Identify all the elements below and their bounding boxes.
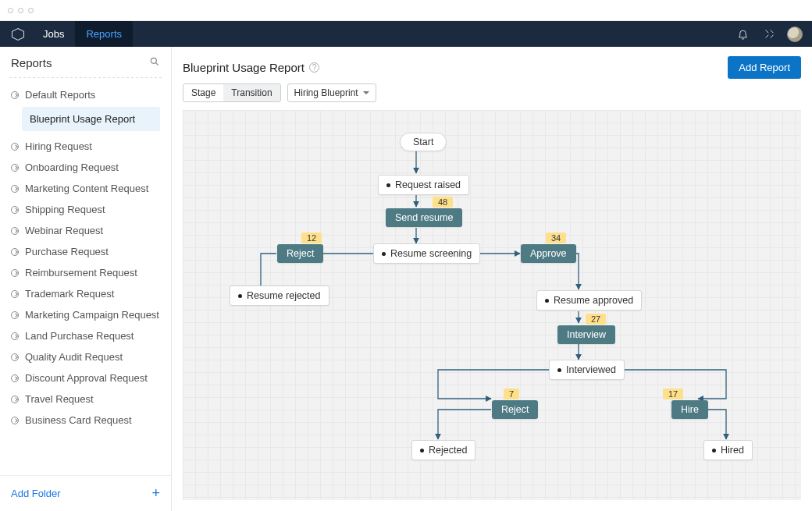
sidebar-item-label: Shipping Request — [25, 204, 105, 215]
sidebar-item-label: Marketing Campaign Request — [25, 309, 159, 321]
page-title: Blueprint Usage Report — [183, 61, 304, 74]
sidebar-item-shipping-request[interactable]: Shipping Request — [0, 199, 171, 220]
flow-canvas: Start Request raised Resume screening Re… — [183, 110, 801, 500]
badge-send-resume: 48 — [433, 197, 453, 208]
sidebar-item-marketing-content-request[interactable]: Marketing Content Request — [0, 178, 171, 199]
state-start[interactable]: Start — [400, 133, 447, 151]
sidebar-item-label: Hiring Request — [25, 140, 92, 152]
chevron-right-icon — [11, 269, 19, 277]
nav-jobs[interactable]: Jobs — [32, 21, 75, 47]
chevron-right-icon — [11, 91, 19, 99]
sidebar-item-hiring-request[interactable]: Hiring Request — [0, 136, 171, 157]
search-icon[interactable] — [149, 56, 160, 69]
sidebar-item-default-reports[interactable]: Default Reports — [0, 84, 171, 105]
sidebar-item-land-purchase-request[interactable]: Land Purchase Request — [0, 325, 171, 346]
chevron-right-icon — [11, 164, 19, 172]
sidebar-item-quality-audit-request[interactable]: Quality Audit Request — [0, 346, 171, 367]
state-resume-screening[interactable]: Resume screening — [373, 243, 480, 264]
app-logo-icon — [8, 24, 28, 44]
sidebar-item-label: Purchase Request — [25, 246, 109, 257]
dropdown-label: Hiring Blueprint — [294, 87, 358, 98]
sidebar-item-label: Travel Request — [25, 393, 94, 405]
help-icon[interactable]: ? — [309, 62, 319, 73]
sidebar-item-label: Trademark Request — [25, 288, 114, 300]
sidebar-item-label: Default Reports — [25, 89, 95, 101]
sidebar-item-label: Onboarding Request — [25, 161, 119, 173]
chevron-right-icon — [11, 417, 19, 424]
state-resume-approved[interactable]: Resume approved — [536, 290, 642, 311]
chevron-right-icon — [11, 143, 19, 151]
sidebar-title: Reports — [11, 56, 52, 69]
sidebar-item-label: Marketing Content Request — [25, 183, 148, 194]
state-request-raised[interactable]: Request raised — [378, 175, 469, 195]
state-resume-rejected[interactable]: Resume rejected — [230, 286, 329, 306]
chevron-right-icon — [11, 353, 19, 361]
chevron-right-icon — [11, 374, 19, 382]
state-rejected[interactable]: Rejected — [411, 440, 475, 460]
sidebar-item-discount-approval-request[interactable]: Discount Approval Request — [0, 367, 171, 389]
transition-hire[interactable]: Hire — [671, 400, 708, 419]
badge-interview: 27 — [586, 314, 606, 325]
sidebar-item-label: Webinar Request — [25, 225, 103, 236]
chevron-right-icon — [11, 332, 19, 340]
transition-reject2[interactable]: Reject — [492, 400, 538, 419]
sidebar-item-purchase-request[interactable]: Purchase Request — [0, 241, 171, 262]
main: Blueprint Usage Report ? Add Report Stag… — [172, 47, 812, 511]
sidebar-item-label: Land Purchase Request — [25, 330, 134, 342]
sidebar-item-trademark-request[interactable]: Trademark Request — [0, 283, 171, 304]
state-hired[interactable]: Hired — [703, 440, 753, 460]
sidebar-item-webinar-request[interactable]: Webinar Request — [0, 220, 171, 241]
nav-reports[interactable]: Reports — [75, 21, 133, 47]
badge-reject2: 7 — [504, 389, 519, 399]
topbar: Jobs Reports — [0, 21, 812, 47]
add-folder-label: Add Folder — [11, 488, 61, 499]
transition-approve[interactable]: Approve — [521, 244, 576, 263]
tools-icon[interactable] — [760, 26, 778, 43]
add-report-button[interactable]: Add Report — [728, 56, 801, 79]
chevron-right-icon — [11, 311, 19, 319]
chevron-right-icon — [11, 248, 19, 256]
sidebar-item-label: Quality Audit Request — [25, 351, 123, 363]
chevron-right-icon — [11, 206, 19, 214]
plus-icon: + — [151, 485, 160, 502]
transition-send-resume[interactable]: Send resume — [386, 208, 462, 227]
add-folder-button[interactable]: Add Folder + — [0, 475, 171, 511]
chevron-right-icon — [11, 290, 19, 298]
chevron-right-icon — [11, 396, 19, 403]
bell-icon[interactable] — [734, 26, 751, 43]
svg-line-2 — [156, 63, 158, 66]
sidebar-item-label: Reimbursement Request — [25, 267, 137, 279]
sidebar-item-reimbursement-request[interactable]: Reimbursement Request — [0, 262, 171, 283]
badge-approve: 34 — [546, 232, 566, 243]
chevron-down-icon — [363, 91, 369, 94]
segment-transition[interactable]: Transition — [223, 84, 280, 101]
segment-stage[interactable]: Stage — [183, 84, 223, 101]
sidebar-item-marketing-campaign-request[interactable]: Marketing Campaign Request — [0, 304, 171, 325]
chevron-right-icon — [11, 185, 19, 193]
browser-chrome — [0, 0, 812, 21]
sidebar-item-label: Business Card Request — [25, 414, 132, 426]
state-interviewed[interactable]: Interviewed — [549, 360, 625, 380]
svg-marker-0 — [12, 28, 24, 40]
sidebar-item-label: Discount Approval Request — [25, 372, 148, 384]
transition-interview[interactable]: Interview — [557, 325, 615, 344]
sidebar-item-onboarding-request[interactable]: Onboarding Request — [0, 157, 171, 178]
badge-reject1: 12 — [301, 232, 322, 243]
chevron-right-icon — [11, 227, 19, 235]
avatar[interactable] — [787, 27, 803, 42]
sidebar: Reports Default Reports Blueprint Usage … — [0, 47, 172, 511]
sidebar-subitem-blueprint-usage-report[interactable]: Blueprint Usage Report — [22, 107, 160, 131]
sidebar-item-travel-request[interactable]: Travel Request — [0, 389, 171, 410]
transition-reject1[interactable]: Reject — [277, 244, 323, 263]
view-segment: Stage Transition — [183, 83, 281, 102]
blueprint-dropdown[interactable]: Hiring Blueprint — [287, 83, 376, 102]
sidebar-list: Default Reports Blueprint Usage Report H… — [0, 84, 171, 475]
svg-point-1 — [151, 58, 156, 63]
sidebar-item-business-card-request[interactable]: Business Card Request — [0, 410, 171, 431]
badge-hire: 17 — [663, 389, 683, 399]
